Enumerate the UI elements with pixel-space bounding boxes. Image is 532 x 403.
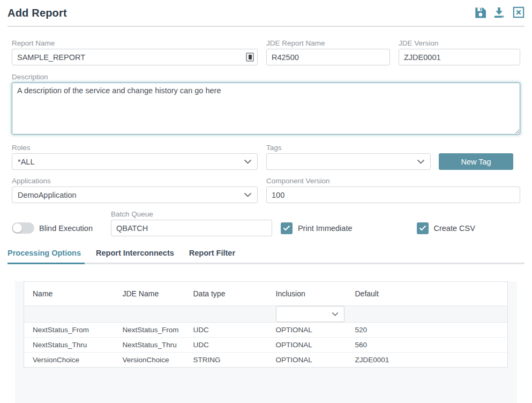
- roles-label: Roles: [12, 143, 258, 152]
- blind-execution-toggle[interactable]: [12, 222, 34, 234]
- new-tag-button[interactable]: New Tag: [439, 153, 513, 170]
- jde-report-name-label: JDE Report Name: [266, 39, 390, 48]
- roles-select-value: *ALL: [18, 158, 34, 166]
- print-immediate-checkbox[interactable]: [281, 222, 293, 234]
- applications-label: Applications: [12, 176, 258, 185]
- create-csv-checkbox-group: Create CSV: [417, 220, 475, 236]
- chevron-down-icon: [332, 312, 339, 316]
- applications-select[interactable]: DemoApplication: [12, 186, 258, 203]
- inclusion-filter-select[interactable]: [276, 306, 344, 322]
- download-icon: [493, 6, 506, 20]
- create-csv-checkbox[interactable]: [417, 222, 429, 234]
- chevron-down-icon: [244, 159, 252, 164]
- jde-report-name-input[interactable]: [266, 49, 390, 65]
- table-row[interactable]: NextStatus_From NextStatus_From UDC OPTI…: [24, 323, 508, 338]
- table-row[interactable]: VersionChoice VersionChoice STRING OPTIO…: [24, 353, 508, 368]
- toggle-knob: [13, 223, 22, 233]
- table-row[interactable]: NextStatus_Thru NextStatus_Thru UDC OPTI…: [24, 338, 508, 353]
- tab-report-filter[interactable]: Report Filter: [189, 244, 239, 264]
- save-icon: [474, 6, 486, 20]
- tab-report-interconnects[interactable]: Report Interconnects: [96, 244, 178, 264]
- tags-label: Tags: [266, 143, 431, 152]
- download-button[interactable]: [493, 6, 506, 20]
- tags-select[interactable]: [266, 153, 431, 170]
- tabstrip: Processing Options Report Interconnects …: [8, 244, 524, 264]
- report-name-input[interactable]: [12, 49, 258, 65]
- description-label: Description: [12, 72, 520, 81]
- processing-options-panel: Name JDE Name Data type Inclusion Defaul…: [15, 281, 517, 403]
- processing-options-table: Name JDE Name Data type Inclusion Defaul…: [24, 281, 508, 368]
- component-version-label: Component Version: [266, 176, 520, 185]
- chevron-down-icon: [244, 192, 252, 197]
- batch-queue-input[interactable]: [111, 220, 272, 236]
- close-button[interactable]: [513, 6, 524, 20]
- page-title: Add Report: [8, 7, 67, 19]
- create-csv-label: Create CSV: [434, 224, 475, 233]
- save-button[interactable]: [474, 6, 486, 20]
- roles-select[interactable]: *ALL: [12, 153, 258, 170]
- titlebar-icons: [474, 6, 524, 20]
- jde-version-label: JDE Version: [399, 39, 520, 48]
- print-immediate-label: Print Immediate: [298, 224, 353, 233]
- close-icon: [513, 6, 524, 20]
- jde-version-input[interactable]: [399, 49, 520, 65]
- component-version-input[interactable]: [266, 186, 520, 203]
- report-name-label: Report Name: [12, 39, 258, 48]
- column-header-name: Name: [24, 282, 114, 306]
- column-header-jde-name: JDE Name: [114, 282, 185, 306]
- print-immediate-checkbox-group: Print Immediate: [281, 220, 353, 236]
- batch-queue-label: Batch Queue: [111, 210, 272, 219]
- blind-execution-label: Blind Execution: [39, 224, 93, 233]
- description-textarea[interactable]: A description of the service and change …: [12, 83, 520, 135]
- tab-processing-options[interactable]: Processing Options: [8, 244, 85, 264]
- table-filter-row: [24, 306, 508, 323]
- table-header-row: Name JDE Name Data type Inclusion Defaul…: [24, 282, 508, 306]
- column-header-data-type: Data type: [185, 282, 267, 306]
- titlebar: Add Report: [8, 0, 524, 27]
- column-header-inclusion: Inclusion: [267, 282, 347, 306]
- add-report-form: Report Name JDE Report Name JDE Version …: [0, 27, 532, 236]
- autofill-icon: [246, 53, 254, 62]
- chevron-down-icon: [417, 159, 425, 164]
- column-header-default: Default: [347, 282, 508, 306]
- applications-select-value: DemoApplication: [18, 191, 77, 199]
